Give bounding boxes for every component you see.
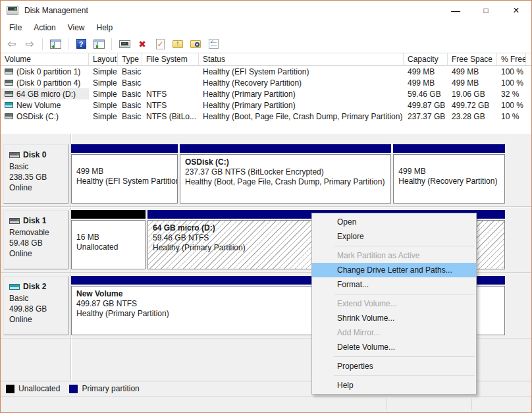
volume-icon (5, 91, 13, 97)
folder-search-icon (190, 40, 201, 48)
partition-color-bar (71, 210, 146, 219)
drive-monitor-icon (119, 40, 130, 48)
disk-1-label[interactable]: Disk 1 Removable 59.48 GB Online (3, 210, 68, 269)
legend-primary-partition: Primary partition (69, 384, 139, 393)
disk-2-label[interactable]: Disk 2 Basic 499.88 GB Online (3, 276, 68, 335)
menu-separator (334, 356, 475, 357)
menu-separator (334, 375, 475, 376)
menu-item-extend-volume: Extend Volume... (312, 296, 476, 311)
folder-up-icon: ↑ (173, 40, 183, 48)
properties-list-icon: ✓ (209, 39, 219, 49)
table-row[interactable]: New Volume Simple Basic NTFS Healthy (Pr… (1, 99, 531, 111)
table-row[interactable]: (Disk 0 partition 1) Simple Basic Health… (1, 66, 531, 77)
help-button[interactable]: ? (74, 37, 88, 51)
partition-recovery[interactable]: 499 MB Healthy (Recovery Partition) (393, 144, 505, 204)
mark-active-button[interactable]: ✓ (153, 37, 167, 51)
console-tree-icon (50, 40, 61, 49)
column-header-type[interactable]: Type (118, 53, 142, 65)
disk-drive-icon (9, 218, 20, 224)
column-header-pct-free[interactable]: % Free (497, 53, 526, 65)
unallocated-swatch (6, 385, 14, 393)
column-header-layout[interactable]: Layout (89, 53, 118, 65)
menu-file[interactable]: File (3, 22, 28, 34)
status-bar-divider (386, 399, 386, 410)
partition-context-menu: Open Explore Mark Partition as Active Ch… (311, 213, 477, 395)
menu-item-add-mirror: Add Mirror... (312, 325, 476, 340)
column-header-status[interactable]: Status (199, 53, 404, 65)
minimize-button[interactable]: — (440, 1, 471, 20)
back-arrow-icon: ⇦ (7, 39, 16, 49)
column-header-file-system[interactable]: File System (142, 53, 199, 65)
menu-help[interactable]: Help (91, 22, 119, 34)
volume-name: 64 GB micro (D:) (16, 90, 76, 99)
partition-color-bar (393, 144, 505, 153)
document-check-icon: ✓ (156, 39, 165, 49)
menu-item-shrink-volume[interactable]: Shrink Volume... (312, 311, 476, 325)
status-bar-divider (471, 399, 472, 410)
menu-item-format[interactable]: Format... (312, 277, 476, 292)
row-divider (1, 206, 531, 207)
partition-color-bar (71, 144, 178, 153)
help-icon: ? (76, 39, 86, 49)
toolbar-separator (111, 38, 112, 50)
partition-osdisk-c[interactable]: OSDisk (C:) 237.37 GB NTFS (BitLocker En… (180, 144, 391, 204)
menu-action[interactable]: Action (28, 22, 61, 34)
open-button[interactable]: ↑ (171, 37, 185, 51)
properties-button[interactable]: ✓ (206, 37, 221, 51)
menu-separator (334, 294, 475, 294)
title-bar: Disk Management — □ × (1, 1, 531, 20)
partition-unallocated[interactable]: 16 MB Unallocated (71, 210, 146, 269)
menu-item-delete-volume[interactable]: Delete Volume... (312, 340, 476, 354)
back-button[interactable]: ⇦ (5, 37, 19, 51)
menu-item-explore[interactable]: Explore (312, 229, 476, 244)
delete-x-icon: ✖ (138, 40, 146, 49)
column-header-volume[interactable]: Volume (1, 53, 89, 65)
menu-bar: File Action View Help (1, 20, 531, 35)
disk-name: Disk 2 (23, 282, 46, 291)
volume-name: (Disk 0 partition 1) (16, 67, 80, 76)
volume-icon (5, 69, 13, 74)
partition-efi-system[interactable]: 499 MB Healthy (EFI System Partition) (71, 144, 178, 204)
forward-button[interactable]: ⇨ (22, 37, 37, 51)
status-bar (1, 396, 531, 412)
window-title: Disk Management (24, 6, 88, 15)
primary-partition-swatch (69, 385, 78, 393)
delete-volume-button[interactable]: ✖ (135, 37, 149, 51)
volume-name: New Volume (16, 101, 61, 110)
partition-color-bar (180, 144, 391, 153)
menu-separator (334, 246, 475, 246)
menu-item-open[interactable]: Open (312, 215, 476, 229)
rescan-disks-button[interactable] (117, 37, 132, 51)
table-row-selected[interactable]: 64 GB micro (D:) Simple Basic NTFS Healt… (1, 88, 531, 99)
volume-name: OSDisk (C:) (16, 112, 59, 121)
volume-list: Volume Layout Type File System Status Ca… (1, 53, 531, 134)
volume-list-header: Volume Layout Type File System Status Ca… (1, 53, 531, 66)
show-action-pane-button[interactable] (92, 37, 106, 51)
maximize-button[interactable]: □ (471, 1, 501, 20)
table-row[interactable]: OSDisk (C:) Simple Basic NTFS (BitLo... … (1, 111, 531, 122)
volume-icon (5, 113, 13, 119)
menu-view[interactable]: View (62, 22, 91, 34)
disk-name: Disk 1 (23, 216, 46, 225)
menu-item-properties[interactable]: Properties (312, 359, 476, 373)
volume-icon (5, 80, 13, 86)
disk-drive-icon (9, 152, 20, 158)
disk-0-label[interactable]: Disk 0 Basic 238.35 GB Online (3, 144, 68, 204)
show-console-tree-button[interactable] (48, 37, 63, 51)
table-row[interactable]: (Disk 0 partition 4) Simple Basic Health… (1, 77, 531, 88)
disk-0-row: Disk 0 Basic 238.35 GB Online 499 MB Hea… (1, 143, 531, 205)
toolbar-separator (42, 38, 43, 50)
column-header-capacity[interactable]: Capacity (404, 53, 448, 65)
close-button[interactable]: × (501, 1, 531, 20)
menu-item-help[interactable]: Help (312, 378, 476, 393)
explore-button[interactable] (188, 37, 203, 51)
column-header-free-space[interactable]: Free Space (448, 53, 497, 65)
forward-arrow-icon: ⇨ (25, 39, 34, 49)
legend-unallocated: Unallocated (6, 384, 60, 393)
toolbar: ⇦ ⇨ ? ✖ ✓ ↑ ✓ (1, 35, 531, 53)
disk-name: Disk 0 (23, 150, 46, 159)
disk-drive-app-icon (7, 6, 18, 15)
menu-item-change-drive-letter[interactable]: Change Drive Letter and Paths... (312, 263, 476, 277)
menu-item-mark-partition-active: Mark Partition as Active (312, 248, 476, 263)
volume-name: (Disk 0 partition 4) (16, 78, 80, 88)
